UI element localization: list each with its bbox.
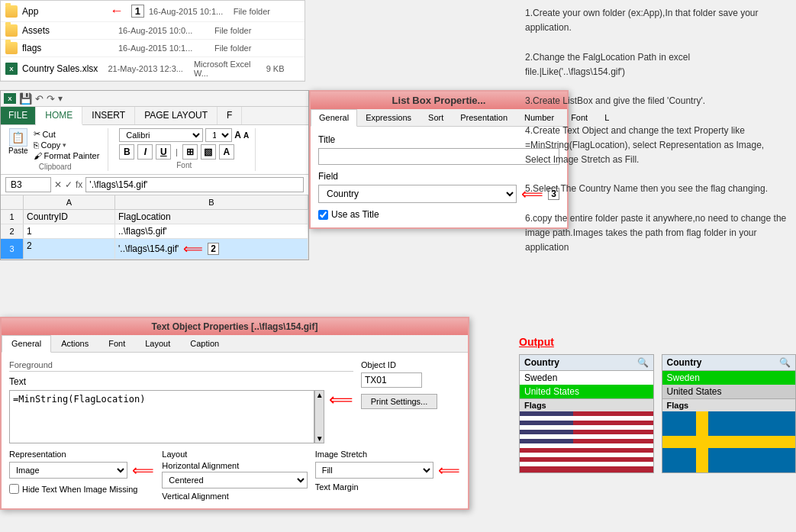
image-stretch-label: Image Stretch: [315, 450, 460, 459]
undo-icon[interactable]: ↶: [35, 93, 44, 105]
textobj-tab-layout[interactable]: Layout: [135, 335, 180, 352]
scroll-down-icon[interactable]: ▼: [316, 434, 324, 443]
table-row-2: 2 1 ..\flags\5.gif': [1, 224, 308, 239]
representation-dropdown[interactable]: Image: [9, 462, 127, 479]
scissors-icon: ✂: [34, 129, 40, 139]
italic-button[interactable]: I: [137, 144, 153, 160]
file-size-4: 9 KB: [266, 64, 300, 73]
textobj-tab-actions[interactable]: Actions: [51, 335, 98, 352]
fx-icon[interactable]: fx: [76, 179, 82, 190]
font-label: Font: [119, 161, 249, 169]
scroll-up-icon[interactable]: ▲: [316, 391, 324, 399]
table-row-header: 1 CountryID FlagLocation: [1, 210, 308, 224]
step-3: 3.Create ListBox and give the filed 'Cou…: [525, 94, 790, 108]
folder-icon-2: [5, 24, 18, 37]
size-dropdown[interactable]: 11: [205, 128, 232, 142]
decrease-font-icon[interactable]: A: [243, 131, 249, 140]
formula-input[interactable]: [85, 177, 304, 192]
layout-col: Layout Horizontal Alignment Centered Ver…: [162, 450, 307, 501]
increase-font-icon[interactable]: A: [234, 130, 241, 140]
cell-ref-input[interactable]: [5, 177, 51, 192]
representation-col: Representation Image ⟸ Hide Text When Im…: [9, 450, 154, 501]
paste-button[interactable]: 📋 Paste: [8, 128, 28, 155]
panel2-row-us[interactable]: United States: [662, 385, 796, 398]
image-stretch-dropdown[interactable]: Fill: [315, 462, 433, 479]
more-icon[interactable]: ▾: [58, 93, 63, 104]
listbox-tab-presentation[interactable]: Presentation: [452, 109, 516, 126]
clipboard-label: Clipboard: [8, 163, 102, 171]
file-row-app[interactable]: App ← 1 16-Aug-2015 10:1... File folder: [1, 1, 305, 22]
clipboard-group: 📋 Paste ✂ Cut ⎘ Copy ▾ 🖌 Format: [5, 128, 108, 171]
cell-a2[interactable]: 1: [24, 224, 115, 238]
panel2-row-sweden[interactable]: Sweden: [662, 371, 796, 385]
cut-button[interactable]: ✂ Cut: [31, 128, 102, 140]
file-type-4: Microsoft Excel W...: [194, 60, 262, 78]
cross-icon[interactable]: ✕: [54, 179, 62, 190]
panel1-row-us[interactable]: United States: [520, 385, 653, 398]
panel1-header: Country 🔍: [520, 355, 653, 371]
file-name-4: Country Sales.xlsx: [22, 63, 103, 74]
cell-b1[interactable]: FlagLocation: [115, 210, 308, 224]
redo-icon[interactable]: ↷: [47, 93, 55, 105]
textobj-tab-caption[interactable]: Caption: [180, 335, 229, 352]
font-controls: Calibri 11 A A: [119, 128, 249, 142]
font-group: Calibri 11 A A B I U | ⊞ ▧ A: [116, 128, 256, 171]
obj-id-input[interactable]: [361, 372, 422, 388]
file-date: 16-Aug-2015 10:1...: [149, 7, 229, 16]
arrow-2: ⟸: [183, 240, 203, 257]
h-align-dropdown[interactable]: Centered: [162, 472, 307, 488]
tab-file[interactable]: FILE: [1, 107, 36, 124]
file-row-assets[interactable]: Assets 16-Aug-2015 10:0... File folder: [1, 22, 305, 40]
copy-button[interactable]: ⎘ Copy ▾: [31, 140, 102, 150]
tab-page-layout[interactable]: PAGE LAYOUT: [135, 107, 218, 124]
listbox-tab-sort[interactable]: Sort: [420, 109, 452, 126]
file-row-xlsx[interactable]: X Country Sales.xlsx 21-May-2013 12:3...…: [1, 57, 305, 81]
underline-button[interactable]: U: [156, 144, 171, 160]
cell-b3[interactable]: '..\flags\154.gif' ⟸ 2: [115, 239, 308, 259]
v-align-label: Vertical Alignment: [162, 492, 307, 501]
text-input[interactable]: =MinString(FlagLocation): [9, 390, 314, 443]
step-2: 2.Change the FalgLocation Path in excel …: [525, 50, 790, 79]
tab-insert[interactable]: INSERT: [82, 107, 135, 124]
panel1-row-sweden[interactable]: Sweden: [520, 371, 653, 385]
textobj-dialog-title: Text Object Properties [..\flags\154.gif…: [2, 318, 468, 335]
textobj-tab-general[interactable]: General: [2, 335, 51, 353]
file-name-2: Assets: [22, 25, 114, 36]
listbox-tab-general[interactable]: General: [311, 109, 357, 127]
hide-text-row: Hide Text When Image Missing: [9, 484, 154, 494]
print-settings-button[interactable]: Print Settings...: [361, 394, 437, 409]
panel1-search-icon[interactable]: 🔍: [637, 357, 649, 368]
file-type: File folder: [234, 7, 300, 16]
font-color-button[interactable]: A: [219, 144, 234, 160]
textobj-tab-font[interactable]: Font: [98, 335, 135, 352]
border-button[interactable]: ⊞: [182, 144, 198, 160]
scroll-handle[interactable]: ▲ ▼: [314, 390, 324, 443]
hide-text-checkbox[interactable]: [9, 484, 19, 494]
copy-dropdown: ▾: [63, 141, 66, 149]
h-align-label: Horizontal Alignment: [162, 461, 307, 470]
save-icon[interactable]: 💾: [19, 92, 32, 105]
format-painter-button[interactable]: 🖌 Format Painter: [31, 150, 102, 161]
listbox-tab-expressions[interactable]: Expressions: [357, 109, 420, 126]
copy-icon: ⎘: [34, 140, 39, 150]
field-dropdown[interactable]: Country: [318, 185, 517, 203]
check-icon[interactable]: ✓: [65, 179, 73, 190]
stripe-3: [520, 434, 653, 439]
use-as-title-checkbox[interactable]: [318, 210, 328, 220]
cell-b2[interactable]: ..\flags\5.gif': [115, 224, 308, 238]
fill-color-button[interactable]: ▧: [201, 144, 216, 160]
stripe-6: [520, 462, 653, 466]
bold-button[interactable]: B: [119, 144, 134, 160]
arrow-right-1: ←: [110, 3, 124, 19]
left-col: Foreground Text =MinString(FlagLocation)…: [9, 360, 353, 443]
cell-a3[interactable]: 2: [24, 239, 115, 259]
font-dropdown[interactable]: Calibri: [119, 128, 203, 142]
file-row-flags[interactable]: flags 16-Aug-2015 10:1... File folder: [1, 40, 305, 57]
cell-a1[interactable]: CountryID: [24, 210, 115, 224]
font-section: Calibri 11 A A B I U | ⊞ ▧ A: [119, 128, 249, 160]
tab-home[interactable]: HOME: [36, 107, 82, 125]
annotation-2: 2: [208, 243, 219, 255]
panel2-search-icon[interactable]: 🔍: [779, 357, 791, 368]
tab-more[interactable]: F: [218, 107, 242, 124]
panel1-flags-label: Flags: [520, 398, 653, 411]
